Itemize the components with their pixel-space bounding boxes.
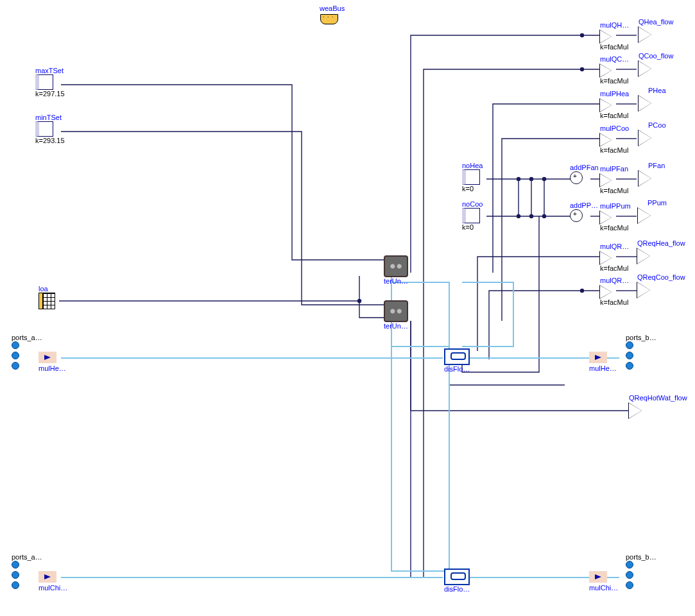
mulqr2-gain[interactable] (600, 286, 612, 298)
svg-point-0 (358, 300, 361, 303)
pcoo-out[interactable] (639, 130, 651, 146)
qreqcoo-out[interactable] (637, 282, 650, 298)
portsa1-label: ports_a… (12, 334, 42, 341)
terun2-label: terUn… (384, 322, 408, 330)
terun2-block[interactable] (384, 300, 408, 322)
portsa2-conn[interactable] (12, 561, 42, 589)
addpfan-label: addPFan (570, 164, 599, 171)
portsa1-conn[interactable] (12, 341, 42, 370)
nocoo-label: noCoo (462, 200, 483, 208)
portsb1-label: ports_b… (626, 334, 656, 341)
mulqc-gain[interactable] (600, 64, 612, 77)
mulchin-label: mulChi… (39, 584, 67, 592)
mulphea-k: k=facMul (600, 112, 629, 119)
qcoo-out[interactable] (639, 61, 651, 76)
mulphea-gain[interactable] (600, 99, 612, 112)
svg-point-2 (517, 215, 520, 218)
weabus-label: weaBus (320, 4, 345, 12)
mulpcoo-label: mulPCoo (600, 124, 629, 132)
disflo2-block[interactable] (444, 569, 470, 585)
mulqr1-label: mulQR… (600, 243, 629, 250)
addpp-block[interactable] (570, 209, 583, 222)
portsa2-label: ports_a… (12, 553, 42, 561)
svg-point-1 (517, 178, 520, 181)
mulhein-label: mulHe… (39, 364, 66, 372)
disflo1-block[interactable] (444, 348, 470, 365)
mulqr1-gain[interactable] (600, 252, 612, 264)
nocoo-k: k=0 (462, 223, 483, 231)
mulpcoo-gain[interactable] (600, 133, 612, 146)
qreqhea-out[interactable] (637, 248, 650, 264)
nohea-label: noHea (462, 162, 483, 169)
mulheout-label: mulHe… (589, 364, 617, 372)
loa-block[interactable] (39, 293, 55, 309)
mulqr1-k: k=facMul (600, 264, 629, 272)
mintset-block[interactable] (35, 121, 53, 137)
portsb2-conn[interactable] (626, 561, 656, 589)
terun1-label: terUn… (384, 277, 408, 285)
mulchout-label: mulChi… (589, 584, 618, 592)
mintset-label: minTSet (35, 114, 65, 121)
svg-point-5 (543, 178, 546, 181)
maxtset-k: k=297.15 (35, 90, 65, 98)
mulqc-k: k=facMul (600, 77, 629, 85)
mulqh-gain[interactable] (600, 30, 612, 43)
phea-label: PHea (648, 87, 666, 94)
maxtset-block[interactable] (35, 74, 53, 90)
mulqh-k: k=facMul (600, 43, 629, 51)
nohea-block[interactable] (462, 169, 480, 185)
mulqr2-k: k=facMul (600, 298, 629, 306)
weabus-icon (320, 14, 338, 24)
maxtset-label: maxTSet (35, 67, 65, 74)
portsb2-label: ports_b… (626, 553, 656, 561)
ppum-out[interactable] (638, 208, 651, 223)
mulppum-label: mulPPum (600, 202, 631, 210)
qreqhotwat-label: QReqHotWat_flow (629, 394, 687, 402)
mulpfan-gain[interactable] (600, 174, 612, 187)
loa-label: loa (39, 285, 55, 293)
terun1-block[interactable] (384, 255, 408, 277)
qhea-label: QHea_flow (639, 18, 673, 26)
mintset-k: k=293.15 (35, 137, 65, 144)
mulqh-label: mulQH… (600, 21, 629, 29)
svg-point-3 (530, 178, 533, 181)
disflo2-label: disFlo… (444, 585, 470, 593)
mulpfan-k: k=facMul (600, 187, 628, 194)
qreqhotwat-out[interactable] (629, 403, 642, 418)
qreqhea-label: QReqHea_flow (637, 239, 685, 247)
mulpfan-label: mulPFan (600, 165, 628, 173)
mulqr2-label: mulQR… (600, 277, 629, 284)
disflo1-label: disFlo… (444, 365, 470, 373)
svg-point-6 (543, 215, 546, 218)
qcoo-label: QCoo_flow (639, 52, 673, 60)
addpp-label: addPP… (570, 201, 598, 209)
qhea-out[interactable] (639, 27, 651, 42)
pcoo-label: PCoo (648, 121, 666, 129)
pfan-out[interactable] (639, 171, 651, 186)
svg-point-4 (530, 215, 533, 218)
ppum-label: PPum (648, 199, 667, 207)
nohea-k: k=0 (462, 185, 483, 193)
portsb1-conn[interactable] (626, 341, 656, 370)
phea-out[interactable] (639, 96, 651, 111)
mulphea-label: mulPHea (600, 90, 629, 98)
addpfan-block[interactable] (570, 171, 583, 184)
mulppum-k: k=facMul (600, 224, 631, 232)
pfan-label: PFan (648, 162, 665, 169)
nocoo-block[interactable] (462, 208, 480, 223)
mulqc-label: mulQC… (600, 55, 629, 63)
mulpcoo-k: k=facMul (600, 146, 629, 154)
qreqcoo-label: QReqCoo_flow (637, 273, 685, 281)
mulppum-gain[interactable] (600, 211, 612, 224)
